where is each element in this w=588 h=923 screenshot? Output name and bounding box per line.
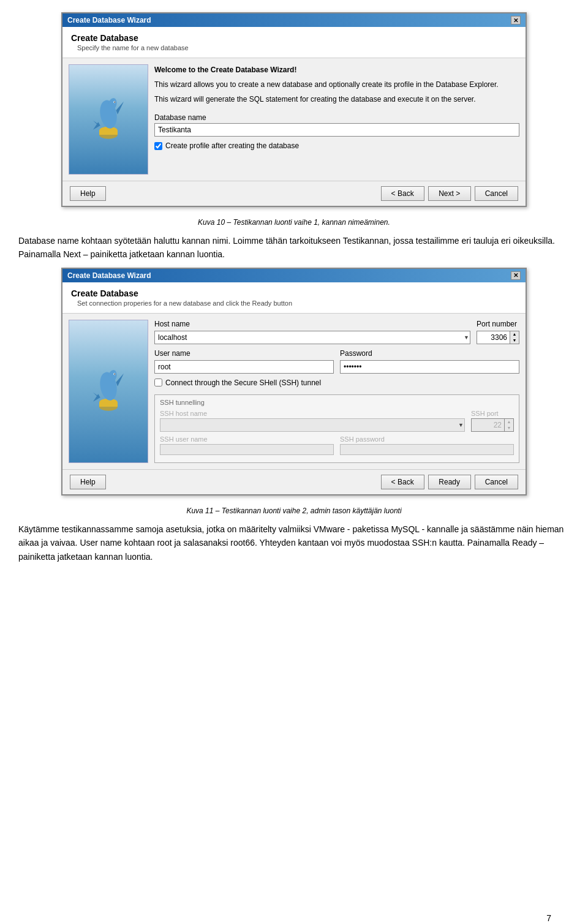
wizard2-port-group: Port number ▲ ▼ [477,320,519,344]
wizard1-header-title: Create Database [71,33,517,43]
wizard2-header-title: Create Database [71,288,517,298]
wizard2-form: Host name ▼ Port number ▲ ▼ [154,320,519,463]
wizard2-host-input[interactable] [154,331,470,344]
body-text-1: Database name kohtaan syötetään haluttu … [18,234,570,262]
wizard2-ssh-port-up-button: ▲ [505,419,513,425]
svg-point-9 [115,102,116,103]
wizard2-pass-input[interactable] [340,360,519,374]
dolphin2-icon [84,361,133,422]
wizard1-header: Create Database Specify the name for a n… [62,27,526,58]
svg-rect-2 [99,130,118,135]
wizard2-port-input[interactable] [477,331,510,344]
wizard1-db-name-group: Database name [154,113,519,137]
wizard2-help-button[interactable]: Help [70,475,106,489]
wizard1-db-name-label: Database name [154,113,519,122]
svg-rect-12 [99,402,118,407]
wizard2-ssh-legend: SSH tunnelling [160,399,514,406]
wizard1-checkbox-label: Create profile after creating the databa… [165,141,299,150]
wizard2-user-input[interactable] [154,360,334,374]
wizard2-host-port-row: Host name ▼ Port number ▲ ▼ [154,320,519,344]
wizard2-footer: Help < Back Ready Cancel [62,469,526,494]
wizard1-next-button[interactable]: Next > [428,186,471,201]
dolphin-icon [84,89,133,150]
wizard2-footer-right: < Back Ready Cancel [381,475,518,489]
wizard2-back-button[interactable]: < Back [381,475,424,489]
wizard2-ssh-user-pass-row: SSH user name SSH password [160,435,514,455]
svg-marker-15 [116,374,124,386]
wizard2-ssh-host-input [160,418,465,432]
wizard1-title: Create Database Wizard [67,16,151,24]
wizard2-image [69,320,148,463]
wizard1-footer: Help < Back Next > Cancel [62,181,526,206]
wizard2-ssh-pass-group: SSH password [340,435,514,455]
wizard2-ssh-pass-label: SSH password [340,435,514,443]
wizard2-ssh-host-row: SSH host name ▼ SSH port ▲ [160,410,514,432]
svg-point-19 [115,374,116,375]
wizard2-ssh-pass-input [340,444,514,455]
wizard2-user-group: User name [154,349,334,374]
wizard1-help-button[interactable]: Help [70,186,106,201]
wizard2-host-group: Host name ▼ [154,320,470,344]
wizard1-titlebar: Create Database Wizard ✕ [62,13,526,27]
wizard2-ssh-host-select-wrapper: ▼ [160,418,465,432]
wizard2-port-up-button[interactable]: ▲ [510,331,519,337]
wizard2-pass-label: Password [340,349,519,358]
body-text-2: Käytämme testikannassamme samoja asetuks… [18,522,570,563]
wizard2-ssh-checkbox[interactable] [154,379,162,386]
wizard1-back-button[interactable]: < Back [381,186,424,201]
wizard2-cancel-button[interactable]: Cancel [475,475,518,489]
wizard1-checkbox-row: Create profile after creating the databa… [154,141,519,150]
wizard1-window: Create Database Wizard ✕ Create Database… [61,12,527,207]
wizard1-close-button[interactable]: ✕ [511,16,521,24]
wizard1-form: Welcome to the Create Database Wizard! T… [154,64,519,175]
wizard2-titlebar: Create Database Wizard ✕ [62,269,526,282]
wizard1-footer-right: < Back Next > Cancel [381,186,518,201]
wizard1-body: Welcome to the Create Database Wizard! T… [62,58,526,181]
wizard2-body: Host name ▼ Port number ▲ ▼ [62,314,526,469]
wizard1-welcome-text: Welcome to the Create Database Wizard! T… [154,64,519,108]
wizard2-port-down-button[interactable]: ▼ [510,337,519,344]
svg-marker-5 [116,102,124,115]
wizard2-ssh-port-group: SSH port ▲ ▼ [471,410,514,432]
wizard1-cancel-button[interactable]: Cancel [475,186,518,201]
wizard2-host-label: Host name [154,320,470,328]
wizard1-create-profile-checkbox[interactable] [154,142,162,150]
wizard1-header-subtitle: Specify the name for a new database [77,44,517,51]
wizard2-port-label: Port number [477,320,519,328]
wizard1-db-name-input[interactable] [154,123,519,137]
wizard2-caption: Kuva 11 – Testikannan luonti vaihe 2, ad… [18,507,570,515]
wizard2-ssh-port-input [471,418,505,432]
wizard2-close-button[interactable]: ✕ [511,271,521,280]
wizard2-ssh-user-label: SSH user name [160,435,334,443]
wizard2-ssh-port-label: SSH port [471,410,514,417]
wizard2-ssh-host-group: SSH host name ▼ [160,410,465,432]
wizard2-ready-button[interactable]: Ready [428,475,471,489]
wizard2-header-subtitle: Set connection properies for a new datab… [77,300,517,307]
wizard2-ssh-host-label: SSH host name [160,410,465,417]
wizard2-ssh-checkbox-row: Connect through the Secure SHell (SSH) t… [154,379,519,387]
wizard1-caption: Kuva 10 – Testikannan luonti vaihe 1, ka… [18,218,570,227]
wizard2-port-spinner: ▲ ▼ [510,331,519,344]
wizard2-window: Create Database Wizard ✕ Create Database… [61,268,527,495]
wizard2-ssh-group: SSH tunnelling SSH host name ▼ SSH port [154,394,519,463]
wizard2-ssh-user-input [160,444,334,455]
wizard2-user-label: User name [154,349,334,358]
wizard2-ssh-port-input-group: ▲ ▼ [471,418,514,432]
wizard2-ssh-checkbox-label: Connect through the Secure SHell (SSH) t… [165,379,321,387]
wizard2-host-select-wrapper: ▼ [154,331,470,344]
wizard2-user-pass-row: User name Password [154,349,519,374]
wizard1-image [69,64,148,175]
wizard2-header: Create Database Set connection properies… [62,282,526,314]
page-number: 7 [546,913,551,923]
wizard2-title: Create Database Wizard [67,271,151,280]
wizard2-pass-group: Password [340,349,519,374]
wizard2-port-input-group: ▲ ▼ [477,331,519,344]
wizard2-ssh-user-group: SSH user name [160,435,334,455]
wizard2-ssh-port-down-button: ▼ [505,425,513,431]
wizard2-ssh-port-spinner: ▲ ▼ [505,418,514,432]
